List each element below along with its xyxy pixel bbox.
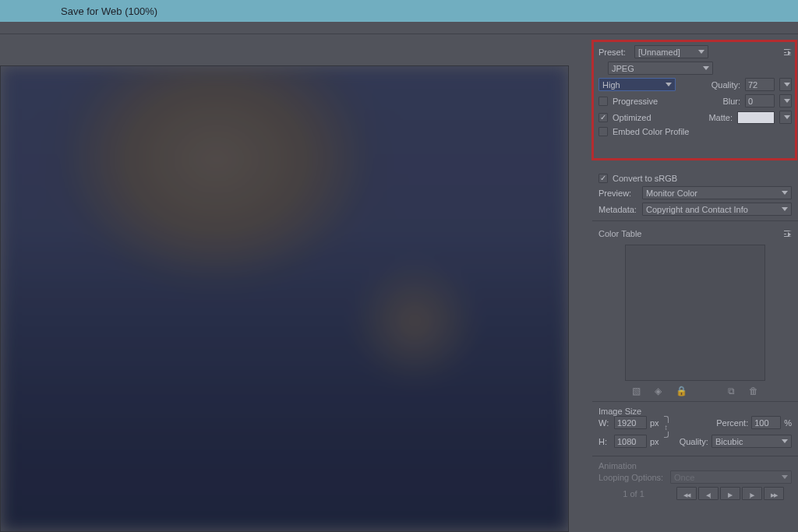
settings-panel: Preset: [Unnamed] JPEG High Quality:	[592, 34, 798, 532]
format-dropdown[interactable]: JPEG	[608, 62, 713, 75]
window-title: Save for Web (100%)	[61, 5, 157, 17]
new-color-icon[interactable]: ⧉	[728, 386, 735, 396]
window-titlebar: Save for Web (100%)	[0, 0, 798, 22]
blur-stepper[interactable]	[779, 94, 792, 107]
next-frame-icon	[750, 489, 755, 499]
checkbox-icon	[598, 113, 608, 122]
quality-stepper[interactable]	[779, 78, 792, 91]
color-table-palette[interactable]	[625, 245, 765, 381]
preset-label: Preset:	[598, 48, 630, 57]
metadata-dropdown[interactable]: Copyright and Contact Info	[642, 203, 792, 216]
chevron-down-icon	[784, 83, 790, 86]
quality-input[interactable]: 72	[745, 78, 775, 91]
matte-stepper[interactable]	[779, 111, 792, 124]
preview-label: Preview:	[598, 188, 639, 198]
matte-swatch[interactable]	[737, 111, 775, 124]
progressive-checkbox[interactable]: Progressive	[598, 97, 658, 106]
last-frame-button[interactable]	[764, 487, 784, 500]
map-colors-icon[interactable]: ▧	[632, 386, 641, 396]
shift-colors-icon[interactable]: ◈	[655, 386, 662, 396]
preview-dropdown[interactable]: Monitor Color	[642, 186, 792, 199]
frame-controls	[676, 487, 784, 500]
checkbox-icon	[598, 174, 608, 183]
last-frame-icon	[771, 489, 777, 499]
blur-input[interactable]: 0	[745, 94, 775, 107]
looping-dropdown: Once	[670, 470, 792, 484]
animation-title: Animation	[598, 461, 637, 470]
preview-area	[0, 34, 592, 532]
preset-dropdown[interactable]: [Unnamed]	[634, 45, 708, 58]
preview-canvas[interactable]	[0, 65, 569, 532]
height-input[interactable]: 1080	[614, 435, 647, 448]
chevron-down-icon	[782, 475, 788, 479]
matte-label: Matte:	[708, 113, 733, 122]
next-frame-button[interactable]	[742, 487, 762, 500]
percent-label: Percent:	[716, 418, 748, 428]
chevron-down-icon	[784, 99, 790, 103]
embed-profile-checkbox[interactable]: Embed Color Profile	[598, 127, 689, 136]
prev-frame-icon	[706, 489, 711, 499]
resample-quality-dropdown[interactable]: Bicubic	[711, 435, 792, 448]
chevron-down-icon	[784, 115, 790, 119]
blur-label: Blur:	[722, 97, 740, 106]
quality-preset-dropdown[interactable]: High	[598, 78, 676, 91]
optimized-checkbox[interactable]: Optimized	[598, 113, 651, 122]
chevron-down-icon	[666, 83, 672, 86]
width-input[interactable]: 1920	[614, 416, 647, 429]
color-table-flyout-icon[interactable]	[784, 231, 792, 237]
checkbox-icon	[598, 127, 608, 136]
chevron-down-icon	[782, 439, 788, 443]
first-frame-icon	[683, 489, 690, 499]
looping-label: Looping Options:	[598, 473, 667, 482]
constrain-proportions-icon[interactable]	[662, 416, 670, 438]
convert-srgb-checkbox[interactable]: Convert to sRGB	[598, 174, 677, 183]
preset-flyout-menu-icon[interactable]	[784, 49, 792, 55]
resample-quality-label: Quality:	[680, 437, 708, 446]
checkbox-icon	[598, 97, 608, 106]
color-table-title: Color Table	[598, 229, 641, 238]
metadata-label: Metadata:	[598, 205, 639, 214]
image-size-title: Image Size	[598, 407, 641, 416]
play-icon	[728, 489, 733, 499]
preview-image	[1, 66, 568, 531]
height-label: H:	[598, 437, 611, 446]
width-label: W:	[598, 418, 611, 428]
frame-count: 1 of 1	[598, 489, 669, 499]
chevron-down-icon	[782, 207, 788, 211]
play-button[interactable]	[720, 487, 740, 500]
lock-icon[interactable]: 🔒	[676, 386, 687, 396]
chevron-down-icon	[698, 50, 704, 54]
first-frame-button[interactable]	[676, 487, 697, 500]
chevron-down-icon	[782, 191, 788, 195]
toolbar-strip	[0, 22, 798, 34]
prev-frame-button[interactable]	[698, 487, 719, 500]
percent-input[interactable]: 100	[751, 416, 781, 429]
trash-icon[interactable]: 🗑	[749, 386, 758, 396]
chevron-down-icon	[703, 66, 709, 70]
quality-label: Quality:	[711, 80, 740, 90]
